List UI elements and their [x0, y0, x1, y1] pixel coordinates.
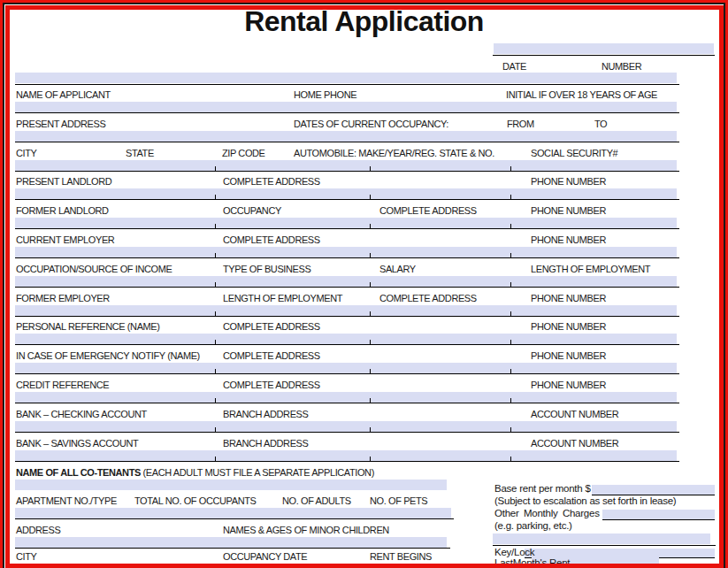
- field-underline: [15, 142, 679, 143]
- field-label: PHONE NUMBER: [531, 205, 606, 217]
- address-children-input[interactable]: [15, 537, 447, 548]
- field-label: APARTMENT NO./TYPE: [16, 495, 117, 507]
- field-underline: [15, 403, 679, 404]
- field-label: SALARY: [379, 264, 416, 275]
- field-underline: [15, 199, 679, 201]
- number-label: NUMBER: [602, 61, 641, 73]
- form-row-bank-savings: BANK – SAVINGS ACCOUNT BRANCH ADDRESS AC…: [0, 438, 728, 463]
- form-row-city-state-zip: CITY STATE ZIP CODE AUTOMOBILE: MAKE/YEA…: [0, 148, 728, 173]
- form-row-occupation: OCCUPATION/SOURCE OF INCOME TYPE OF BUSI…: [0, 264, 728, 288]
- present-address-row-input[interactable]: [15, 131, 677, 142]
- applicant-row-input[interactable]: [15, 102, 677, 112]
- field-underline: [15, 373, 679, 375]
- field-underline: [15, 287, 679, 288]
- field-label: TO: [594, 119, 607, 130]
- field-label: COMPLETE ADDRESS: [223, 380, 320, 391]
- field-label: NAMES & AGES OF MINOR CHILDREN: [223, 525, 389, 536]
- column-divider-tick: [215, 311, 216, 317]
- column-divider-tick: [510, 311, 511, 317]
- field-label: NO. OF ADULTS: [282, 495, 351, 507]
- field-label: PHONE NUMBER: [531, 293, 606, 304]
- field-underline: [15, 344, 679, 346]
- column-divider-tick: [510, 166, 511, 172]
- form-row-former-employer: FORMER EMPLOYER LENGTH OF EMPLOYMENT COM…: [0, 293, 728, 318]
- column-divider-tick: [370, 457, 371, 462]
- field-label: NO. OF PETS: [370, 495, 427, 507]
- last-month-label: LastMonth's: [494, 557, 547, 568]
- former-employer-row-input[interactable]: [15, 305, 677, 316]
- field-label: AUTOMOBILE: MAKE/YEAR/REG. STATE & NO.: [294, 148, 494, 159]
- column-divider-tick: [510, 369, 511, 374]
- base-rent-input[interactable]: [592, 485, 715, 495]
- field-label: DATES OF CURRENT OCCUPANCY:: [294, 119, 448, 130]
- former-landlord-row-input[interactable]: [15, 218, 677, 228]
- form-row-emergency-contact: IN CASE OF EMERGENCY NOTIFY (NAME) COMPL…: [0, 350, 728, 375]
- column-divider-tick: [215, 253, 216, 258]
- present-landlord-row-input[interactable]: [15, 188, 677, 199]
- field-label: FROM: [507, 119, 534, 130]
- co-tenants-heading: NAME OF ALL CO-TENANTS: [16, 467, 141, 478]
- section-heading: NAME OF ALL CO-TENANTS (EACH ADULT MUST …: [16, 467, 374, 479]
- bank-checking-row-input[interactable]: [15, 421, 677, 432]
- form-row-present-landlord: PRESENT LANDLORD COMPLETE ADDRESS PHONE …: [0, 176, 728, 201]
- field-underline: [15, 432, 679, 434]
- column-divider-tick: [370, 369, 371, 374]
- field-label: FORMER EMPLOYER: [16, 293, 110, 304]
- header-wide-input[interactable]: [15, 73, 677, 83]
- field-underline: [493, 545, 716, 547]
- field-underline: [15, 548, 450, 549]
- date-label: DATE: [502, 61, 526, 73]
- field-label: LENGTH OF EMPLOYMENT: [223, 293, 342, 304]
- occupation-row-input[interactable]: [15, 276, 677, 287]
- field-label: TOTAL NO. OF OCCUPANTS: [134, 495, 256, 507]
- field-label: RENT BEGINS: [370, 551, 432, 563]
- field-label: CITY: [16, 148, 36, 159]
- field-label: COMPLETE ADDRESS: [223, 321, 320, 333]
- column-divider-tick: [510, 253, 511, 258]
- field-label: PHONE NUMBER: [531, 176, 606, 188]
- other-charges-label: Other Monthly Charges: [494, 508, 600, 519]
- field-label: COMPLETE ADDRESS: [223, 176, 320, 188]
- field-label: LENGTH OF EMPLOYMENT: [531, 264, 650, 275]
- date-number-input[interactable]: [494, 43, 714, 54]
- form-row-bank-checking: BANK – CHECKING ACCOUNT BRANCH ADDRESS A…: [0, 409, 728, 434]
- column-divider-tick: [510, 398, 511, 403]
- column-divider-tick: [370, 224, 371, 229]
- field-label: PHONE NUMBER: [531, 234, 606, 246]
- city-state-zip-row-input[interactable]: [15, 160, 677, 171]
- bank-savings-row-input[interactable]: [15, 450, 677, 461]
- charges-example-note: (e.g. parking, etc.): [494, 520, 572, 532]
- column-divider-tick: [370, 398, 371, 403]
- credit-reference-row-input[interactable]: [15, 392, 677, 403]
- field-underline: [15, 171, 679, 173]
- column-divider-tick: [215, 282, 216, 288]
- field-underline: [15, 316, 679, 318]
- column-divider-tick: [510, 340, 511, 345]
- personal-reference-row-input[interactable]: [15, 334, 677, 344]
- rent-label: Rent: [549, 557, 570, 568]
- column-divider-tick: [370, 427, 371, 433]
- field-label: INITIAL IF OVER 18 YEARS OF AGE: [506, 89, 657, 101]
- apartment-occupants-input[interactable]: [15, 508, 451, 518]
- field-underline: [15, 461, 679, 463]
- rent-panel-wide-input[interactable]: [493, 533, 710, 544]
- emergency-contact-row-input[interactable]: [15, 363, 677, 373]
- field-underline: [15, 84, 679, 86]
- field-label: ACCOUNT NUMBER: [531, 409, 618, 420]
- field-label: ACCOUNT NUMBER: [531, 438, 618, 449]
- field-label: BANK – CHECKING ACCOUNT: [16, 409, 147, 420]
- current-employer-row-input[interactable]: [15, 247, 677, 257]
- field-label: TYPE OF BUSINESS: [223, 264, 310, 275]
- form-row-applicant: NAME OF APPLICANT HOME PHONE INITIAL IF …: [0, 89, 728, 114]
- field-label: PRESENT LANDLORD: [16, 176, 111, 188]
- field-label: OCCUPATION/SOURCE OF INCOME: [16, 264, 172, 275]
- column-divider-tick: [370, 340, 371, 345]
- co-tenants-input[interactable]: [15, 480, 447, 490]
- column-divider-tick: [215, 457, 216, 462]
- field-label: PHONE NUMBER: [531, 380, 606, 391]
- column-divider-tick: [215, 427, 216, 433]
- field-label: BANK – SAVINGS ACCOUNT: [16, 438, 138, 449]
- field-label: BRANCH ADDRESS: [223, 409, 308, 420]
- field-label: SOCIAL SECURITY#: [531, 148, 617, 159]
- other-charges-input[interactable]: [602, 510, 715, 520]
